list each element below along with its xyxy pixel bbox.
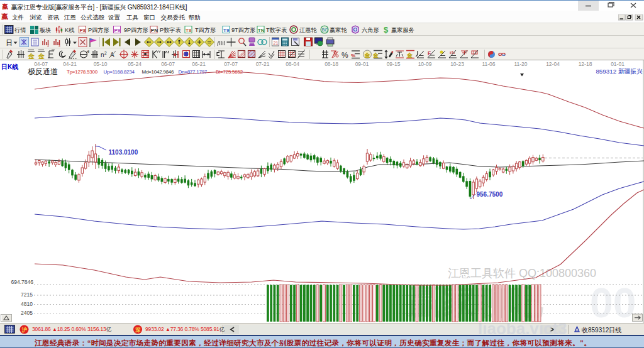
svg-text:Dn=877.1797: Dn=877.1797 (179, 69, 208, 75)
svg-text:09-15: 09-15 (387, 61, 401, 67)
svg-text:Tp=1278.5300: Tp=1278.5300 (67, 69, 98, 75)
svg-text:956.7500: 956.7500 (477, 191, 503, 198)
svg-text:07-07: 07-07 (224, 61, 238, 67)
svg-text:日K线: 日K线 (1, 63, 18, 70)
svg-text:06-07: 06-07 (161, 61, 175, 67)
svg-text:liaoba.vict3: liaoba.vict3 (478, 324, 567, 335)
svg-text:10-09: 10-09 (418, 61, 432, 67)
svg-text:694.7846: 694.7846 (11, 279, 34, 285)
svg-text:Bt=725.5652: Bt=725.5652 (216, 69, 243, 75)
svg-text:08-04: 08-04 (286, 61, 299, 67)
svg-text:11-06: 11-06 (482, 61, 495, 67)
svg-text:11-20: 11-20 (514, 61, 527, 67)
svg-text:1103.0100: 1103.0100 (109, 149, 138, 156)
svg-text:01-01: 01-01 (611, 61, 625, 67)
svg-text:收859312日线: 收859312日线 (582, 327, 621, 334)
svg-text:Up=1168.8234: Up=1168.8234 (104, 69, 135, 75)
svg-text:12-04: 12-04 (546, 61, 560, 67)
svg-text:10-23: 10-23 (450, 61, 464, 67)
svg-text:深: 深 (135, 327, 141, 333)
svg-text:7215: 7215 (21, 291, 33, 298)
svg-text:859312 新疆振兴: 859312 新疆振兴 (596, 68, 643, 75)
svg-text:沪: 沪 (21, 327, 28, 333)
svg-text:09-01: 09-01 (355, 61, 369, 67)
svg-text:极反通道: 极反通道 (28, 67, 58, 76)
svg-text:05-24: 05-24 (128, 61, 142, 67)
svg-text:Md=1042.9846: Md=1042.9846 (142, 69, 174, 75)
svg-text:江恩工具软件 QQ:100800360: 江恩工具软件 QQ:100800360 (448, 267, 596, 280)
svg-text:12-18: 12-18 (579, 61, 592, 67)
svg-text:06-21: 06-21 (192, 61, 206, 67)
svg-text:4810: 4810 (21, 301, 33, 307)
svg-text:05-10: 05-10 (94, 61, 108, 67)
svg-text:07-21: 07-21 (256, 61, 270, 67)
svg-text:08-18: 08-18 (325, 61, 338, 67)
svg-text:04-21: 04-21 (63, 61, 77, 67)
svg-text:04-07: 04-07 (34, 61, 48, 67)
